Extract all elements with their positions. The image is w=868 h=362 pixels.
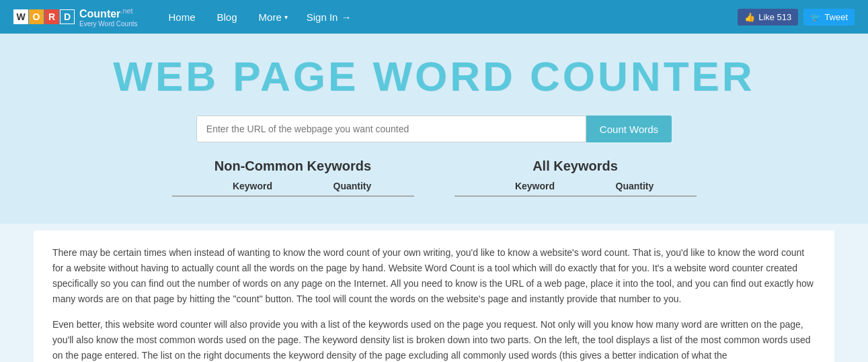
logo-letter-w: W: [13, 9, 28, 24]
logo-letter-d: D: [60, 9, 75, 24]
chevron-down-icon: ▾: [284, 13, 288, 21]
search-bar: Count Words: [13, 116, 855, 142]
twitter-icon: 🐦: [810, 12, 821, 22]
tweet-button[interactable]: 🐦 Tweet: [803, 9, 855, 26]
like-count: Like 513: [758, 12, 791, 22]
signin-icon: →: [341, 11, 351, 23]
nav-social: 👍 Like 513 🐦 Tweet: [738, 9, 855, 26]
nav-signin[interactable]: Sign In →: [299, 11, 360, 23]
logo[interactable]: W O R D Counter.net Every Word Counts: [13, 6, 138, 27]
nav-more[interactable]: More ▾: [248, 0, 299, 34]
logo-net: .net: [120, 6, 132, 14]
logo-tagline: Every Word Counts: [79, 20, 138, 28]
logo-letter-o: O: [29, 9, 44, 24]
non-common-quantity-col: Quantity: [333, 181, 414, 191]
hero-section: Web Page Word Counter Count Words Non-Co…: [0, 34, 868, 224]
tables-section: Non-Common Keywords Keyword Quantity All…: [13, 159, 855, 210]
all-keywords-title: All Keywords: [455, 159, 697, 174]
nav-links: Home Blog More ▾ Sign In →: [158, 0, 738, 34]
non-common-keyword-col: Keyword: [172, 181, 333, 191]
non-common-keywords-table: Non-Common Keywords Keyword Quantity: [172, 159, 414, 197]
logo-text: Counter.net Every Word Counts: [79, 6, 138, 27]
url-input[interactable]: [196, 116, 586, 142]
nav-blog[interactable]: Blog: [206, 0, 248, 34]
tweet-label: Tweet: [824, 12, 848, 22]
info-box: There may be certain times when instead …: [34, 230, 834, 362]
like-button[interactable]: 👍 Like 513: [738, 9, 798, 26]
info-para-1: There may be certain times when instead …: [52, 245, 816, 307]
logo-counter: Counter: [79, 8, 120, 19]
count-words-button[interactable]: Count Words: [586, 116, 672, 142]
nav-home[interactable]: Home: [158, 0, 206, 34]
all-keywords-keyword-col: Keyword: [455, 181, 616, 191]
info-para-2: Even better, this website word counter w…: [52, 317, 816, 362]
nav-more-label: More: [259, 11, 282, 23]
navbar: W O R D Counter.net Every Word Counts Ho…: [0, 0, 868, 34]
non-common-title: Non-Common Keywords: [172, 159, 414, 174]
all-keywords-header: Keyword Quantity: [455, 181, 697, 197]
all-keywords-table: All Keywords Keyword Quantity: [455, 159, 697, 197]
non-common-header: Keyword Quantity: [172, 181, 414, 197]
thumb-icon: 👍: [744, 12, 755, 22]
nav-signin-label: Sign In: [307, 11, 338, 23]
page-title: Web Page Word Counter: [13, 54, 855, 99]
logo-letter-r: R: [44, 9, 59, 24]
all-keywords-quantity-col: Quantity: [616, 181, 697, 191]
